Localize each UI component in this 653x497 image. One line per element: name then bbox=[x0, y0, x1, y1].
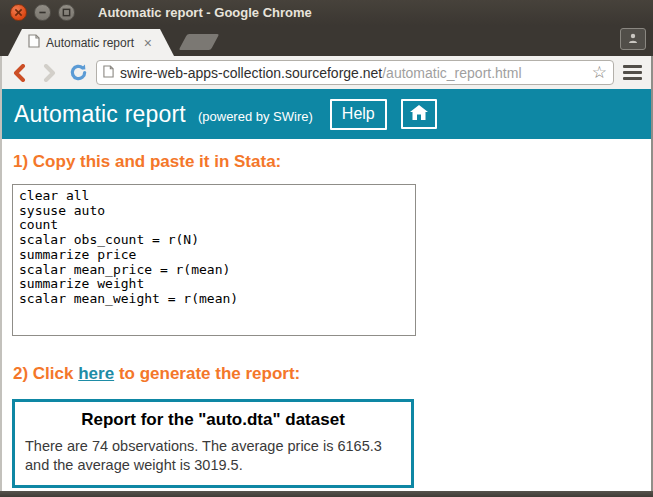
back-icon[interactable] bbox=[9, 61, 31, 85]
profile-button[interactable] bbox=[620, 28, 646, 50]
app-header: Automatic report (powered by SWire) Help bbox=[2, 89, 651, 139]
help-button[interactable]: Help bbox=[330, 99, 387, 130]
home-icon bbox=[409, 104, 429, 124]
url-text: swire-web-apps-collection.sourceforge.ne… bbox=[120, 65, 586, 81]
window-title: Automatic report - Google Chrome bbox=[98, 5, 312, 20]
browser-window: Automatic report - Google Chrome Automat… bbox=[0, 0, 653, 497]
reload-icon[interactable] bbox=[67, 61, 89, 85]
step2-heading: 2) Clickhereto generate the report: bbox=[13, 364, 641, 384]
close-icon[interactable] bbox=[10, 4, 27, 21]
forward-icon[interactable] bbox=[38, 61, 60, 85]
person-icon bbox=[627, 30, 639, 48]
step2-prefix: 2) Click bbox=[13, 364, 73, 383]
tab-label: Automatic report bbox=[46, 36, 136, 50]
tab-automatic-report[interactable]: Automatic report × bbox=[8, 29, 174, 56]
report-title: Report for the "auto.dta" dataset bbox=[23, 410, 403, 430]
page-content: 1) Copy this and paste it in Stata: clea… bbox=[2, 139, 651, 491]
minimize-icon[interactable] bbox=[34, 4, 51, 21]
new-tab-button[interactable] bbox=[179, 34, 220, 50]
app-title: Automatic report bbox=[14, 101, 186, 128]
step1-heading: 1) Copy this and paste it in Stata: bbox=[13, 152, 641, 172]
app-subtitle: (powered by SWire) bbox=[198, 109, 313, 124]
tab-strip: Automatic report × bbox=[0, 25, 653, 56]
home-button[interactable] bbox=[401, 99, 437, 129]
page-icon bbox=[28, 34, 40, 52]
url-path: /automatic_report.html bbox=[382, 65, 521, 81]
navigation-toolbar: swire-web-apps-collection.sourceforge.ne… bbox=[2, 56, 651, 89]
generate-report-link[interactable]: here bbox=[78, 364, 114, 383]
step2-suffix: to generate the report: bbox=[119, 364, 300, 383]
address-bar[interactable]: swire-web-apps-collection.sourceforge.ne… bbox=[96, 60, 614, 85]
menu-icon[interactable] bbox=[621, 63, 644, 82]
browser-main: swire-web-apps-collection.sourceforge.ne… bbox=[0, 56, 653, 491]
report-body: There are 74 observations. The average p… bbox=[25, 437, 401, 475]
url-domain: swire-web-apps-collection.sourceforge.ne… bbox=[120, 65, 382, 81]
title-bar: Automatic report - Google Chrome bbox=[0, 0, 653, 25]
maximize-icon[interactable] bbox=[58, 4, 75, 21]
stata-code-textarea[interactable]: clear all sysuse auto count scalar obs_c… bbox=[12, 184, 416, 336]
tab-close-icon[interactable]: × bbox=[142, 36, 154, 50]
bookmark-star-icon[interactable]: ☆ bbox=[592, 64, 607, 81]
window-bottom-edge bbox=[0, 491, 653, 497]
report-box: Report for the "auto.dta" dataset There … bbox=[12, 399, 414, 488]
page-icon bbox=[103, 64, 114, 82]
